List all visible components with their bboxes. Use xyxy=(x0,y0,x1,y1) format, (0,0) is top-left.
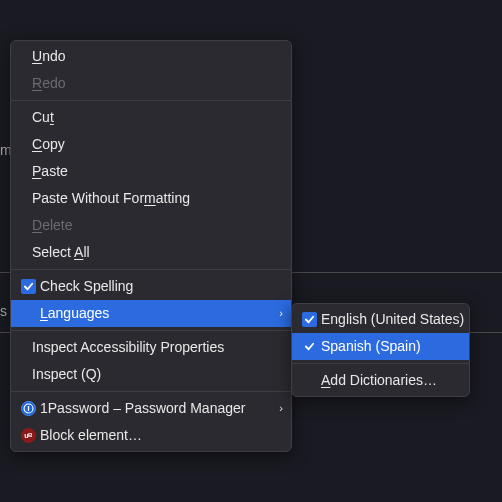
menu-separator xyxy=(11,100,291,101)
menu-item-languages[interactable]: Languages › xyxy=(11,300,291,327)
menu-item-inspect-accessibility[interactable]: Inspect Accessibility Properties xyxy=(11,334,291,361)
spacer xyxy=(19,366,29,384)
submenu-item-add-dictionaries[interactable]: Add Dictionaries… xyxy=(292,367,469,394)
menu-item-copy[interactable]: Copy xyxy=(11,131,291,158)
menu-item-label: 1Password – Password Manager xyxy=(40,395,273,422)
spacer xyxy=(19,136,29,154)
menu-item-redo[interactable]: Redo xyxy=(11,70,291,97)
spacer xyxy=(19,305,37,323)
menu-item-undo[interactable]: Undo xyxy=(11,43,291,70)
ublock-icon: uB xyxy=(19,427,37,445)
menu-item-check-spelling[interactable]: Check Spelling xyxy=(11,273,291,300)
menu-item-label: Languages xyxy=(40,300,273,327)
menu-item-label: Select All xyxy=(32,239,283,266)
context-menu: Undo Redo Cut Copy Paste Paste Without F… xyxy=(10,40,292,452)
menu-separator xyxy=(11,391,291,392)
menu-item-inspect[interactable]: Inspect (Q) xyxy=(11,361,291,388)
check-icon xyxy=(300,338,318,356)
spacer xyxy=(19,217,29,235)
menu-item-label: Cut xyxy=(32,104,283,131)
menu-item-label: Paste xyxy=(32,158,283,185)
menu-item-paste-without-formatting[interactable]: Paste Without Formatting xyxy=(11,185,291,212)
menu-item-select-all[interactable]: Select All xyxy=(11,239,291,266)
chevron-right-icon: › xyxy=(273,395,283,422)
menu-item-label: Copy xyxy=(32,131,283,158)
menu-item-paste[interactable]: Paste xyxy=(11,158,291,185)
spacer xyxy=(19,244,29,262)
menu-item-1password[interactable]: 1Password – Password Manager › xyxy=(11,395,291,422)
check-icon xyxy=(19,278,37,296)
spacer xyxy=(19,339,29,357)
menu-item-label: Check Spelling xyxy=(40,273,283,300)
submenu-item-english-us[interactable]: English (United States) xyxy=(292,306,469,333)
spacer xyxy=(300,372,318,390)
menu-separator xyxy=(11,269,291,270)
menu-item-label: Inspect Accessibility Properties xyxy=(32,334,283,361)
menu-item-label: Inspect (Q) xyxy=(32,361,283,388)
menu-item-label: Block element… xyxy=(40,422,283,449)
menu-separator xyxy=(11,330,291,331)
menu-item-label: Redo xyxy=(32,70,283,97)
spacer xyxy=(19,190,29,208)
svg-rect-1 xyxy=(27,406,28,411)
menu-item-delete[interactable]: Delete xyxy=(11,212,291,239)
check-icon xyxy=(300,311,318,329)
spacer xyxy=(19,48,29,66)
background-text-fragment: s xyxy=(0,303,7,319)
menu-separator xyxy=(292,363,469,364)
chevron-right-icon: › xyxy=(273,300,283,327)
spacer xyxy=(19,75,29,93)
menu-item-label: English (United States) xyxy=(321,306,464,333)
menu-item-label: Delete xyxy=(32,212,283,239)
menu-item-label: Undo xyxy=(32,43,283,70)
menu-item-label: Paste Without Formatting xyxy=(32,185,283,212)
menu-item-ublock-block-element[interactable]: uB Block element… xyxy=(11,422,291,449)
spacer xyxy=(19,163,29,181)
menu-item-label: Add Dictionaries… xyxy=(321,367,461,394)
menu-item-label: Spanish (Spain) xyxy=(321,333,461,360)
submenu-item-spanish-spain[interactable]: Spanish (Spain) xyxy=(292,333,469,360)
languages-submenu: English (United States) Spanish (Spain) … xyxy=(291,303,470,397)
onepassword-icon xyxy=(19,400,37,418)
menu-item-cut[interactable]: Cut xyxy=(11,104,291,131)
spacer xyxy=(19,109,29,127)
